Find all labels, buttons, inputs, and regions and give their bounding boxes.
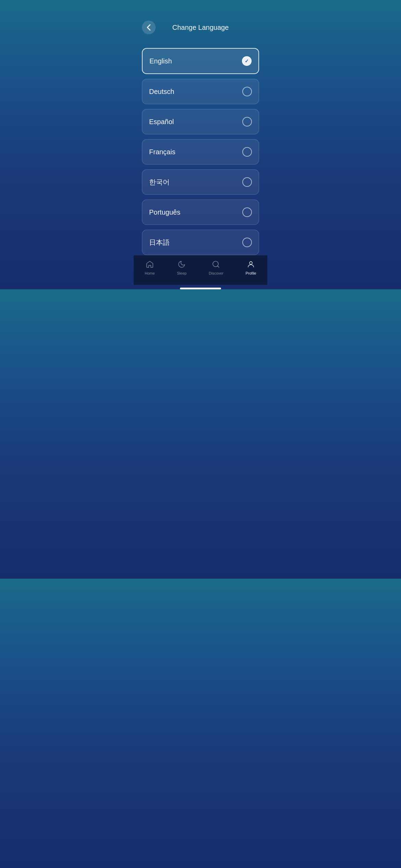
nav-item-discover[interactable]: Discover [203, 259, 229, 277]
radio-japanese [242, 238, 252, 247]
language-label-english: English [149, 57, 172, 65]
language-label-japanese: 日本語 [149, 238, 170, 247]
language-item-deutsch[interactable]: Deutsch [142, 79, 259, 104]
page-title: Change Language [172, 24, 229, 32]
radio-portuguese [242, 207, 252, 217]
home-icon [146, 260, 154, 270]
bottom-nav: Home Sleep Discover Profile [134, 255, 267, 285]
radio-english [242, 56, 252, 66]
radio-espanol [242, 117, 252, 126]
language-item-espanol[interactable]: Español [142, 109, 259, 134]
sleep-label: Sleep [177, 271, 186, 275]
home-indicator [180, 288, 221, 289]
language-label-francais: Français [149, 148, 175, 156]
language-label-korean: 한국어 [149, 178, 170, 187]
language-item-english[interactable]: English [142, 48, 259, 74]
radio-francais [242, 147, 252, 157]
back-button[interactable] [142, 21, 156, 34]
profile-icon [247, 260, 255, 270]
header: Change Language [134, 0, 267, 41]
language-label-portuguese: Português [149, 208, 180, 216]
language-label-espanol: Español [149, 118, 174, 126]
discover-icon [212, 260, 220, 270]
language-item-portuguese[interactable]: Português [142, 200, 259, 225]
language-label-deutsch: Deutsch [149, 88, 174, 96]
radio-korean [242, 177, 252, 187]
discover-label: Discover [209, 271, 223, 275]
svg-point-1 [250, 262, 252, 264]
nav-item-home[interactable]: Home [139, 259, 160, 277]
nav-item-profile[interactable]: Profile [240, 259, 262, 277]
home-label: Home [145, 271, 155, 275]
language-item-francais[interactable]: Français [142, 139, 259, 165]
language-list: EnglishDeutschEspañolFrançais한국어Portuguê… [134, 41, 267, 255]
sleep-icon [178, 260, 186, 270]
radio-deutsch [242, 87, 252, 96]
language-item-korean[interactable]: 한국어 [142, 169, 259, 195]
language-item-japanese[interactable]: 日本語 [142, 230, 259, 255]
profile-label: Profile [245, 271, 256, 275]
nav-item-sleep[interactable]: Sleep [171, 259, 192, 277]
